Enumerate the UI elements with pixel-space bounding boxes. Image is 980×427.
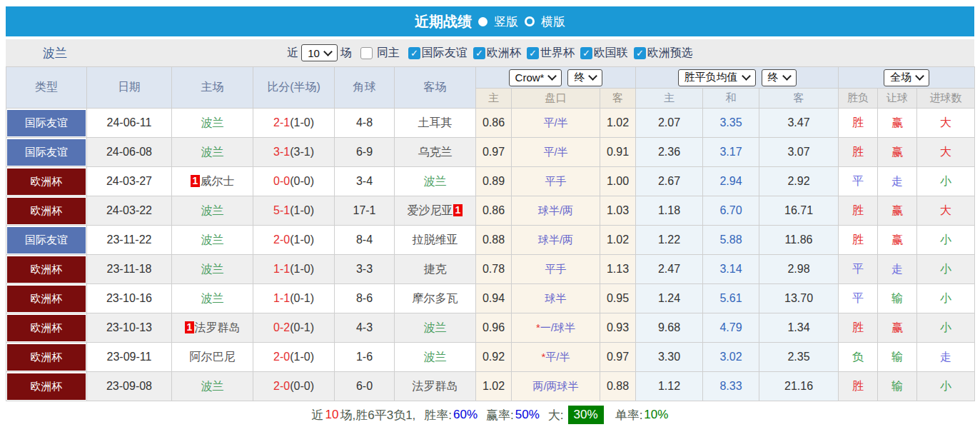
team-name: 波兰 (201, 292, 224, 304)
table-row[interactable]: 欧洲杯24-03-271威尔士0-0(0-0)3-4波兰0.89平手1.002.… (6, 167, 975, 196)
league-checkbox[interactable]: ✓ (634, 47, 646, 59)
europe-odds-source-select[interactable]: 胜平负均值 (678, 69, 756, 86)
europe-draw-odds-cell: 5.88 (703, 226, 759, 255)
europe-draw-odds-cell: 3.17 (703, 138, 759, 167)
league-checkbox-label[interactable]: 国际友谊 (422, 46, 468, 61)
league-checkbox-label[interactable]: 欧国联 (594, 46, 628, 61)
asia-line-cell: *一/球半 (512, 313, 600, 343)
team-name-title: 波兰 (43, 45, 67, 61)
result-wdl-cell: 胜 (839, 109, 878, 138)
league-checkbox[interactable]: ✓ (527, 47, 539, 59)
europe-away-odds-cell: 2.35 (759, 343, 839, 372)
asia-line-cell: 球半 (512, 284, 600, 313)
sub-header-result-handicap: 让球 (878, 89, 917, 109)
corners-cell: 4-3 (335, 313, 395, 343)
halftime-score: (3-1) (290, 146, 314, 158)
asia-odds-source-select[interactable]: Crow* (509, 69, 562, 86)
result-scope-select[interactable]: 全场 (884, 69, 929, 86)
result-handicap-cell: 赢 (878, 138, 917, 167)
chevron-down-icon (742, 71, 751, 81)
team-name: 乌克兰 (418, 146, 453, 158)
asia-home-odds-cell: 0.88 (476, 226, 512, 255)
europe-away-odds-cell: 21.16 (759, 372, 839, 401)
europe-home-odds-cell: 1.24 (636, 284, 703, 313)
same-home-checkbox[interactable] (360, 47, 373, 59)
vertical-layout-label[interactable]: 竖版 (494, 14, 518, 30)
europe-odds-group-header: 胜平负均值 终 (636, 67, 839, 89)
result-scope-group-header: 全场 (839, 67, 975, 89)
result-handicap-cell: 输 (878, 343, 917, 372)
date-cell: 23-11-18 (87, 255, 172, 284)
league-cell: 国际友谊 (6, 138, 87, 167)
handicap-rate-value: 50% (515, 408, 540, 422)
europe-draw-odds-cell: 3.02 (703, 343, 759, 372)
vertical-layout-radio[interactable] (478, 17, 488, 26)
col-header-home: 主场 (172, 67, 253, 109)
asia-away-odds-cell: 1.13 (600, 255, 636, 284)
asia-line-cell: 平手 (512, 167, 600, 196)
result-wdl-cell: 胜 (839, 138, 878, 167)
result-goals-cell: 小 (917, 313, 975, 343)
table-row[interactable]: 欧洲杯23-09-11阿尔巴尼2-0(1-0)1-6波兰0.92*平/半0.97… (6, 343, 975, 372)
halftime-score: (1-0) (290, 204, 314, 216)
table-row[interactable]: 国际友谊23-11-22波兰2-0(1-0)8-4拉脱维亚0.88球半/两1.0… (6, 226, 975, 255)
same-home-label[interactable]: 同主 (377, 46, 400, 61)
league-badge: 欧洲杯 (7, 256, 86, 283)
sub-header-result-wdl: 胜负 (839, 89, 878, 109)
league-checkbox[interactable]: ✓ (408, 47, 420, 59)
table-row[interactable]: 国际友谊24-06-08波兰3-1(3-1)6-9乌克兰0.97平/半0.912… (6, 138, 975, 167)
home-team-cell: 波兰 (172, 255, 253, 284)
games-count-select[interactable]: 10 (301, 44, 338, 61)
horizontal-layout-radio[interactable] (525, 16, 535, 26)
away-team-cell: 爱沙尼亚1 (395, 196, 476, 226)
team-name: 捷克 (424, 263, 447, 275)
asia-odds-stage-select[interactable]: 终 (567, 69, 602, 86)
panel-title: 近期战绩 (415, 12, 472, 31)
red-number-badge: 1 (185, 321, 195, 333)
corners-cell: 4-8 (335, 109, 395, 138)
col-header-away: 客场 (395, 67, 476, 109)
table-row[interactable]: 欧洲杯23-10-131法罗群岛0-2(0-1)4-3波兰0.96*一/球半0.… (6, 313, 975, 343)
league-checkbox[interactable]: ✓ (473, 47, 485, 59)
horizontal-layout-label[interactable]: 横版 (541, 14, 565, 30)
sub-header-result-goals: 进球数 (917, 89, 975, 109)
summary-near-label: 近 (312, 407, 324, 423)
asia-home-odds-cell: 1.02 (476, 372, 512, 401)
team-name: 波兰 (424, 351, 447, 363)
table-row[interactable]: 欧洲杯24-03-22波兰5-1(1-0)17-1爱沙尼亚10.86球半/两1.… (6, 196, 975, 226)
result-wdl-cell: 平 (839, 167, 878, 196)
table-row[interactable]: 欧洲杯23-10-16波兰1-1(0-1)8-6摩尔多瓦0.94球半0.951.… (6, 284, 975, 313)
europe-away-odds-cell: 11.86 (759, 226, 839, 255)
games-unit-label: 场 (340, 46, 352, 61)
table-row[interactable]: 欧洲杯23-11-18波兰1-1(1-0)3-3捷克0.78平手1.132.47… (6, 255, 975, 284)
europe-draw-odds-cell: 2.94 (703, 167, 759, 196)
score-cell: 2-0(1-0) (253, 226, 335, 255)
halftime-score: (1-0) (290, 233, 314, 246)
halftime-score: (1-0) (290, 351, 314, 363)
home-team-cell: 波兰 (172, 372, 253, 401)
team-name: 摩尔多瓦 (413, 292, 458, 304)
result-wdl-cell: 负 (839, 343, 878, 372)
league-checkbox[interactable]: ✓ (580, 47, 592, 59)
europe-away-odds-cell: 3.07 (759, 138, 839, 167)
league-checkbox-label[interactable]: 欧洲杯 (487, 46, 521, 61)
sub-header-europe-away: 客 (759, 89, 839, 109)
league-checkbox-label[interactable]: 欧洲预选 (647, 46, 693, 61)
europe-odds-stage-select[interactable]: 终 (762, 69, 797, 86)
chevron-down-icon (323, 47, 333, 56)
single-rate-value: 10% (644, 408, 668, 422)
sub-header-asia-away: 客 (600, 89, 636, 109)
score-cell: 5-1(1-0) (253, 196, 335, 226)
table-row[interactable]: 欧洲杯23-09-08波兰2-0(0-0)6-0法罗群岛1.02两/两球半0.8… (6, 372, 975, 401)
win-rate-label: 胜率: (424, 407, 452, 423)
europe-home-odds-cell: 9.68 (636, 313, 703, 343)
league-badge: 国际友谊 (7, 139, 86, 166)
away-team-cell: 波兰 (395, 313, 476, 343)
table-row[interactable]: 国际友谊24-06-11波兰2-1(1-0)4-8土耳其0.86平/半1.022… (6, 109, 975, 138)
result-goals-cell: 小 (917, 226, 975, 255)
result-goals-cell: 大 (917, 196, 975, 226)
league-cell: 欧洲杯 (6, 196, 87, 226)
summary-count: 10 (325, 408, 339, 422)
league-checkbox-label[interactable]: 世界杯 (540, 46, 575, 61)
date-cell: 23-10-16 (87, 284, 172, 313)
